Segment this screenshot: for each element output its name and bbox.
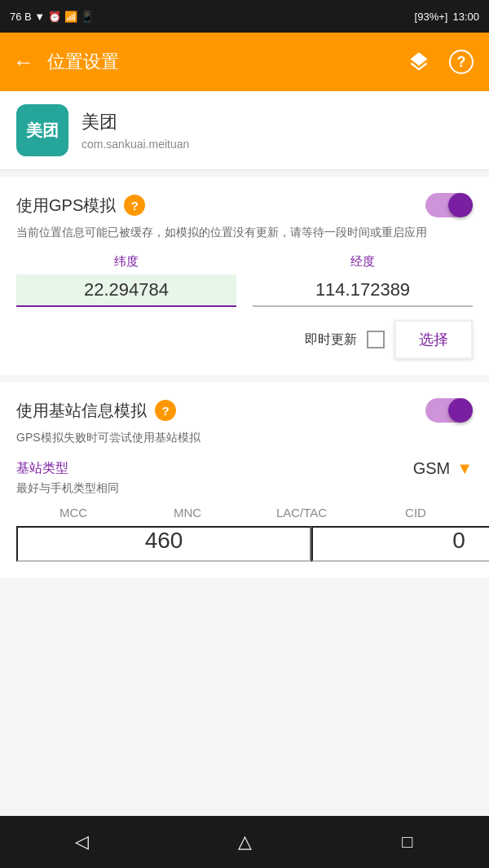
cid-header: CID xyxy=(359,506,473,519)
station-type-row: 基站类型 GSM ▼ xyxy=(16,459,473,478)
app-icon: 美团 xyxy=(16,104,68,156)
gps-section-title: 使用GPS模拟 xyxy=(16,195,116,217)
mnc-header: MNC xyxy=(130,506,244,519)
alarm-icon: ⏰ xyxy=(48,11,61,23)
status-left: 76 B ▼ ⏰ 📶 📱 xyxy=(10,11,94,23)
dropdown-arrow-icon[interactable]: ▼ xyxy=(456,459,473,478)
app-package: com.sankuai.meituan xyxy=(82,138,189,151)
gps-section: 使用GPS模拟 ? 当前位置信息可能已被缓存，如模拟的位置没有更新，请等待一段时… xyxy=(0,177,489,375)
station-section: 使用基站信息模拟 ? GPS模拟失败时可尝试使用基站模拟 基站类型 GSM ▼ … xyxy=(0,382,489,578)
coordinate-row: 纬度 经度 xyxy=(16,254,473,307)
station-toggle-knob xyxy=(448,398,473,423)
lac-header: LAC/TAC xyxy=(244,506,359,519)
mcc-header: MCC xyxy=(16,506,130,519)
gps-toggle[interactable] xyxy=(425,193,473,217)
app-name: 美团 xyxy=(82,110,189,134)
realtime-checkbox[interactable] xyxy=(367,331,385,349)
station-type-value: GSM xyxy=(413,459,451,478)
status-bar: 76 B ▼ ⏰ 📶 📱 [93%+] 13:00 xyxy=(0,0,489,33)
mnc-input[interactable] xyxy=(311,526,489,562)
latitude-input[interactable] xyxy=(16,274,236,307)
dropdown-row: GSM ▼ xyxy=(413,459,473,478)
gps-help-icon[interactable]: ? xyxy=(124,195,145,216)
app-info-header: 美团 美团 com.sankuai.meituan xyxy=(0,91,489,170)
nav-recents-button[interactable]: □ xyxy=(387,822,428,862)
nav-back-button[interactable]: ◁ xyxy=(61,822,102,862)
help-circle-icon[interactable]: ? xyxy=(447,47,476,77)
station-description: GPS模拟失败时可尝试使用基站模拟 xyxy=(16,429,473,446)
layers-icon[interactable] xyxy=(404,47,434,77)
station-help-icon[interactable]: ? xyxy=(155,400,176,421)
battery-indicator: [93%+] xyxy=(415,11,448,23)
station-toggle[interactable] xyxy=(425,398,473,423)
signal-icon: 📱 xyxy=(81,11,94,23)
station-section-header: 使用基站信息模拟 ? xyxy=(16,398,473,423)
gps-description: 当前位置信息可能已被缓存，如模拟的位置没有更新，请等待一段时间或重启应用 xyxy=(16,224,473,241)
back-button[interactable]: ← xyxy=(13,50,34,75)
gps-title-row: 使用GPS模拟 ? xyxy=(16,195,145,217)
nav-home-button[interactable]: △ xyxy=(224,822,265,862)
latitude-label: 纬度 xyxy=(16,254,236,270)
longitude-label: 经度 xyxy=(253,254,473,270)
time-display: 13:00 xyxy=(452,11,479,23)
select-button[interactable]: 选择 xyxy=(394,320,473,359)
app-bar-title: 位置设置 xyxy=(47,50,391,74)
data-indicator: 76 B ▼ xyxy=(10,11,45,23)
station-section-title: 使用基站信息模拟 xyxy=(16,400,147,422)
longitude-input[interactable] xyxy=(253,274,473,307)
gps-toggle-knob xyxy=(448,193,473,217)
cell-values xyxy=(16,526,473,562)
longitude-field: 经度 xyxy=(253,254,473,307)
station-type-desc: 最好与手机类型相同 xyxy=(16,481,473,496)
station-title-row: 使用基站信息模拟 ? xyxy=(16,400,176,422)
cell-headers: MCC MNC LAC/TAC CID xyxy=(16,506,473,519)
main-content: 美团 美团 com.sankuai.meituan 使用GPS模拟 ? 当前位置… xyxy=(0,91,489,578)
cell-info-table: MCC MNC LAC/TAC CID xyxy=(16,506,473,562)
status-right: [93%+] 13:00 xyxy=(415,11,479,23)
app-details: 美团 com.sankuai.meituan xyxy=(82,110,189,151)
app-bar: ← 位置设置 ? xyxy=(0,33,489,91)
bottom-navigation: ◁ △ □ xyxy=(0,816,489,868)
latitude-field: 纬度 xyxy=(16,254,236,307)
mcc-input[interactable] xyxy=(16,526,311,562)
realtime-update-row: 即时更新 选择 xyxy=(16,320,473,359)
gps-section-header: 使用GPS模拟 ? xyxy=(16,193,473,217)
station-type-label: 基站类型 xyxy=(16,460,68,477)
wifi-icon: 📶 xyxy=(64,11,77,23)
realtime-label: 即时更新 xyxy=(305,331,357,349)
